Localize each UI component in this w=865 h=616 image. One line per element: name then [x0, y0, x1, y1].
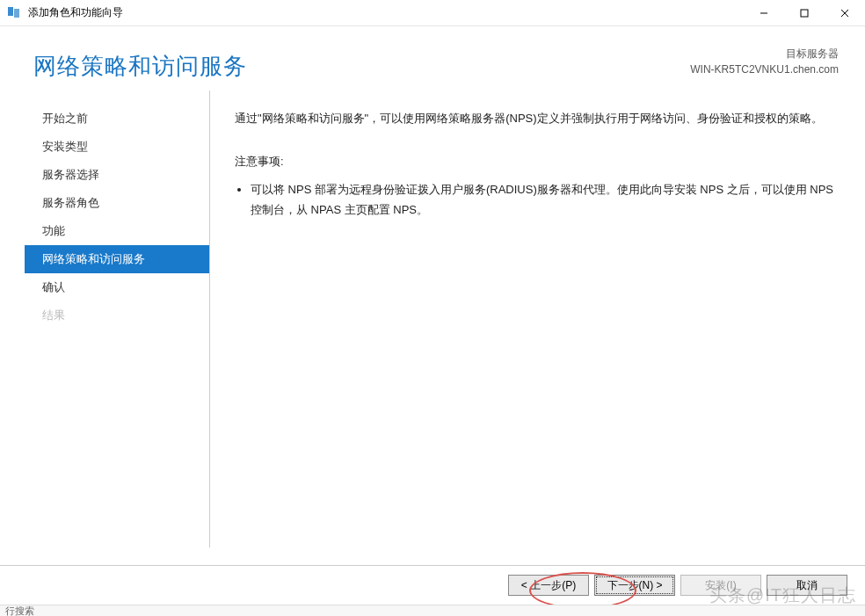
next-button[interactable]: 下一步(N) >	[594, 575, 675, 596]
page-title: 网络策略和访问服务	[33, 51, 247, 82]
nav-label: 结果	[42, 308, 65, 322]
nav-label: 开始之前	[42, 112, 88, 125]
nav-confirmation[interactable]: 确认	[25, 273, 209, 301]
install-button: 安装(I)	[680, 575, 761, 596]
nav-before-begin[interactable]: 开始之前	[25, 105, 209, 133]
nav-label: 安装类型	[42, 140, 88, 153]
nav-results: 结果	[25, 301, 209, 330]
footer: < 上一步(P) 下一步(N) > 安装(I) 取消	[0, 565, 865, 605]
nav-label: 网络策略和访问服务	[42, 252, 145, 265]
note-item: 可以将 NPS 部署为远程身份验证拨入用户服务(RADIUS)服务器和代理。使用…	[251, 179, 839, 221]
button-label: 下一步(N) >	[607, 578, 663, 593]
maximize-button[interactable]	[784, 0, 825, 26]
intro-text: 通过"网络策略和访问服务"，可以使用网络策略服务器(NPS)定义并强制执行用于网…	[235, 108, 839, 128]
nav-server-roles[interactable]: 服务器角色	[25, 189, 209, 217]
window-controls	[744, 0, 865, 26]
sidebar: 开始之前 安装类型 服务器选择 服务器角色 功能 网络策略和访问服务 确认 结果	[25, 91, 209, 547]
close-button[interactable]	[825, 0, 865, 26]
nav-label: 确认	[42, 280, 65, 294]
body: 开始之前 安装类型 服务器选择 服务器角色 功能 网络策略和访问服务 确认 结果…	[0, 91, 865, 547]
target-label: 目标服务器	[690, 46, 839, 62]
app-icon	[7, 6, 21, 20]
button-label: 取消	[796, 578, 818, 593]
window-title: 添加角色和功能向导	[28, 5, 123, 20]
target-info: 目标服务器 WIN-KR5TC2VNKU1.chen.com	[690, 46, 839, 77]
nav-label: 功能	[42, 224, 65, 237]
cancel-button[interactable]: 取消	[767, 575, 847, 596]
content-panel: 通过"网络策略和访问服务"，可以使用网络策略服务器(NPS)定义并强制执行用于网…	[209, 91, 865, 547]
status-text: 行搜索	[5, 605, 34, 616]
header: 网络策略和访问服务 目标服务器 WIN-KR5TC2VNKU1.chen.com	[0, 26, 865, 91]
notes-list: 可以将 NPS 部署为远程身份验证拨入用户服务(RADIUS)服务器和代理。使用…	[235, 179, 839, 221]
nav-npas[interactable]: 网络策略和访问服务	[25, 245, 209, 273]
svg-rect-3	[801, 10, 808, 17]
svg-rect-0	[8, 7, 13, 16]
nav-label: 服务器角色	[42, 196, 99, 209]
nav-label: 服务器选择	[42, 168, 99, 181]
status-bar: 行搜索	[0, 605, 865, 616]
minimize-button[interactable]	[744, 0, 784, 26]
button-label: 安装(I)	[705, 578, 736, 593]
svg-rect-1	[14, 9, 19, 18]
button-label: < 上一步(P)	[521, 578, 576, 593]
target-server: WIN-KR5TC2VNKU1.chen.com	[690, 62, 839, 77]
nav-install-type[interactable]: 安装类型	[25, 133, 209, 161]
notes-heading: 注意事项:	[235, 151, 839, 171]
nav-features[interactable]: 功能	[25, 217, 209, 245]
prev-button[interactable]: < 上一步(P)	[508, 575, 589, 596]
nav-server-selection[interactable]: 服务器选择	[25, 161, 209, 189]
titlebar: 添加角色和功能向导	[0, 0, 865, 26]
